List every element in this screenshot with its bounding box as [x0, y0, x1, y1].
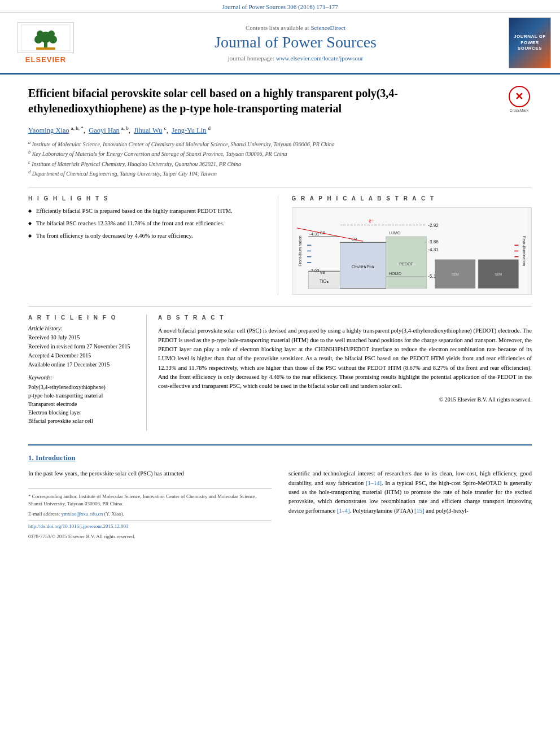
corresponding-author-note: * Corresponding author. Institute of Mol…	[28, 493, 272, 508]
affiliation-c: c Institute of Materials Physical Chemis…	[28, 159, 532, 168]
history-label: Article history:	[28, 325, 137, 331]
graphical-abstract-image: Front-illumination Rear-illumination TiO…	[292, 207, 532, 295]
svg-text:-4.31: -4.31	[428, 247, 439, 252]
svg-text:-2.92: -2.92	[428, 223, 439, 228]
elsevier-logo-image	[18, 22, 74, 53]
authors-line: Yaoming Xiao a, b, *, Gaoyi Han a, b, Ji…	[28, 125, 532, 135]
email-link[interactable]: ymxiao@sxu.edu.cn	[61, 511, 103, 517]
introduction-two-col: In the past few years, the perovskite so…	[28, 469, 532, 543]
journal-header: ELSEVIER Contents lists available at Sci…	[0, 13, 560, 75]
abstract-col: A B S T R A C T A novel bifacial perovsk…	[158, 314, 532, 431]
introduction-section: 1. Introduction In the past few years, t…	[28, 444, 532, 543]
received-revised: Received in revised form 27 November 201…	[28, 343, 137, 351]
svg-text:CH₃NH₃PbI₃: CH₃NH₃PbI₃	[351, 265, 374, 270]
abstract-heading: A B S T R A C T	[158, 314, 532, 321]
received-date: Received 30 July 2015	[28, 334, 137, 342]
crossmark-label: CrossMark	[510, 108, 529, 112]
keyword-5: Bifacial perovskite solar cell	[28, 417, 137, 425]
svg-rect-7	[36, 47, 55, 50]
keyword-3: Transparent electrode	[28, 400, 137, 408]
highlights-col: H I G H L I G H T S Efficiently bifacial…	[28, 195, 278, 295]
info-abstract-section: A R T I C L E I N F O Article history: R…	[28, 306, 532, 431]
intro-right-col: scientific and technological interest of…	[288, 469, 532, 543]
svg-text:SEM: SEM	[451, 273, 458, 277]
elsevier-wordmark: ELSEVIER	[25, 55, 66, 64]
accepted-date: Accepted 4 December 2015	[28, 352, 137, 360]
email-note: E-mail address: ymxiao@sxu.edu.cn (Y. Xi…	[28, 510, 272, 518]
keywords-block: Keywords: Poly(3,4-ethylenedioxythiophen…	[28, 374, 137, 425]
journal-cover-image: JOURNAL OF POWER SOURCES	[509, 18, 551, 68]
doi-link[interactable]: http://dx.doi.org/10.1016/j.jpowsour.201…	[28, 523, 272, 531]
svg-text:VB: VB	[320, 271, 325, 276]
available-online-date: Available online 17 December 2015	[28, 361, 137, 369]
svg-text:-7.03: -7.03	[309, 269, 319, 274]
highlight-item-1: Efficiently bifacial PSC is prepared bas…	[28, 207, 269, 216]
affiliation-a: a Institute of Molecular Science, Innova…	[28, 139, 532, 148]
affiliations-block: a Institute of Molecular Science, Innova…	[28, 139, 532, 178]
svg-text:e⁻: e⁻	[369, 219, 374, 224]
article-title: Efficient bifacial perovskite solar cell…	[28, 86, 497, 116]
graphical-abstract-col: G R A P H I C A L A B S T R A C T Front-…	[290, 195, 532, 295]
crossmark-icon[interactable]: ✕	[509, 86, 530, 107]
author-jengyu[interactable]: Jeng-Yu Lin	[172, 126, 206, 134]
author-yaoming[interactable]: Yaoming Xiao	[28, 126, 69, 134]
svg-text:Front-illumination: Front-illumination	[298, 236, 302, 267]
svg-text:HOMO: HOMO	[388, 272, 401, 277]
article-info-heading: A R T I C L E I N F O	[28, 314, 137, 321]
intro-left-para: In the past few years, the perovskite so…	[28, 469, 272, 478]
intro-right-para: scientific and technological interest of…	[288, 469, 532, 515]
abstract-text: A novel bifacial perovskite solar cell (…	[158, 326, 532, 404]
intro-left-col: In the past few years, the perovskite so…	[28, 469, 272, 543]
main-content: Efficient bifacial perovskite solar cell…	[0, 75, 560, 554]
svg-text:PEDOT: PEDOT	[399, 262, 413, 267]
journal-title-block: Contents lists available at ScienceDirec…	[82, 24, 509, 62]
author-jihuai[interactable]: Jihuai Wu	[134, 126, 162, 134]
svg-text:SEM: SEM	[495, 273, 502, 277]
highlights-graphical-section: H I G H L I G H T S Efficiently bifacial…	[28, 187, 532, 295]
introduction-heading: 1. Introduction	[28, 453, 532, 462]
svg-text:TiO₂: TiO₂	[319, 279, 328, 284]
journal-name: Journal of Power Sources	[82, 33, 509, 51]
svg-text:Rear-illumination: Rear-illumination	[521, 236, 526, 266]
elsevier-logo-block: ELSEVIER	[9, 22, 82, 64]
sciencedirect-link: Contents lists available at ScienceDirec…	[82, 24, 509, 31]
journal-homepage: journal homepage: www.elsevier.com/locat…	[82, 55, 509, 62]
svg-point-5	[37, 30, 43, 37]
crossmark-block[interactable]: ✕ CrossMark	[506, 86, 532, 112]
journal-reference-text: Journal of Power Sources 306 (2016) 171–…	[222, 3, 338, 10]
article-title-section: Efficient bifacial perovskite solar cell…	[28, 86, 532, 116]
keyword-1: Poly(3,4-ethylenedioxythiophene)	[28, 383, 137, 391]
issn-line: 0378-7753/© 2015 Elsevier B.V. All right…	[28, 533, 272, 541]
highlights-heading: H I G H L I G H T S	[28, 195, 269, 202]
svg-text:-3.86: -3.86	[428, 240, 439, 245]
sciencedirect-link-text[interactable]: ScienceDirect	[310, 24, 345, 31]
highlight-item-2: The bifacial PSC reaches 12.33% and 11.7…	[28, 220, 269, 228]
author-gaoyi[interactable]: Gaoyi Han	[89, 126, 120, 134]
keyword-2: p-type hole-transporting material	[28, 391, 137, 400]
homepage-url[interactable]: www.elsevier.com/locate/jpowsour	[276, 55, 363, 62]
affiliation-d: d Department of Chemical Engineering, Ta…	[28, 169, 532, 178]
graphical-abstract-heading: G R A P H I C A L A B S T R A C T	[292, 195, 532, 202]
article-info-col: A R T I C L E I N F O Article history: R…	[28, 314, 147, 431]
keywords-label: Keywords:	[28, 374, 137, 381]
affiliation-b: b Key Laboratory of Materials for Energy…	[28, 149, 532, 158]
journal-reference-bar: Journal of Power Sources 306 (2016) 171–…	[0, 0, 560, 13]
svg-text:LUMO: LUMO	[388, 231, 400, 235]
svg-point-6	[48, 30, 55, 37]
band-diagram-svg: Front-illumination Rear-illumination TiO…	[292, 208, 532, 294]
footnotes-area: * Corresponding author. Institute of Mol…	[28, 488, 272, 541]
article-history-block: Article history: Received 30 July 2015 R…	[28, 325, 137, 369]
copyright-notice: © 2015 Elsevier B.V. All rights reserved…	[158, 395, 532, 404]
svg-text:-4.31: -4.31	[309, 231, 319, 237]
keyword-4: Electron blocking layer	[28, 408, 137, 417]
highlight-item-3: The front efficiency is only decreased b…	[28, 232, 269, 241]
